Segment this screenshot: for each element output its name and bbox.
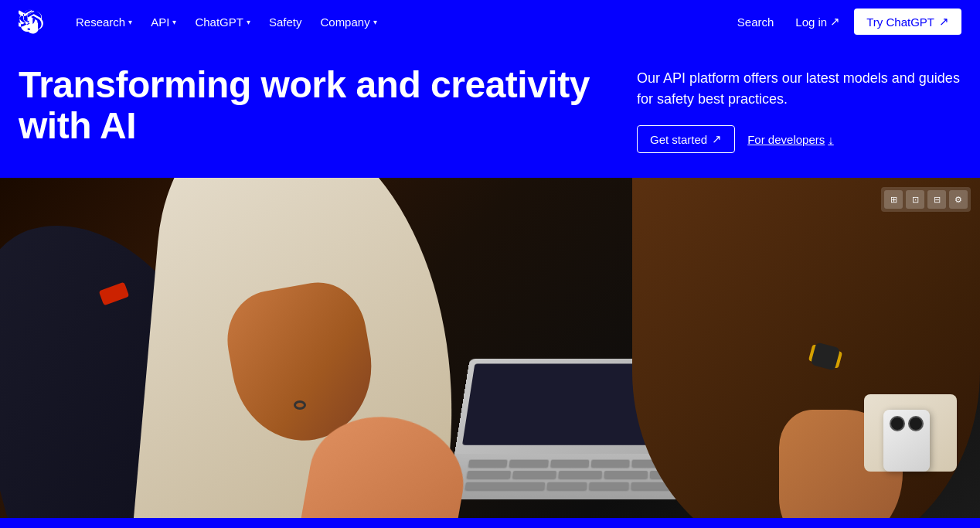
image-controls-overlay: ⊞ ⊡ ⊟ ⚙ (881, 187, 971, 212)
nav-links: Research ▾ API ▾ ChatGPT ▾ Safety Compan… (68, 11, 730, 33)
nav-right-actions: Search Log in ↗ Try ChatGPT ↗ (730, 9, 961, 35)
nav-item-company[interactable]: Company ▾ (312, 11, 384, 33)
hero-section: Transforming work and creativity with AI… (0, 43, 980, 178)
watch-yellow-band (808, 344, 842, 369)
crop-icon: ⊟ (934, 195, 941, 205)
ring-accessory (294, 400, 306, 410)
watch-face (811, 342, 841, 370)
frame-icon: ⊡ (912, 195, 919, 205)
key (467, 471, 511, 479)
key (604, 471, 648, 479)
key (509, 460, 549, 468)
nav-item-research[interactable]: Research ▾ (68, 11, 140, 33)
key (546, 482, 587, 490)
logo[interactable] (19, 9, 43, 34)
key (512, 471, 556, 479)
nav-item-safety[interactable]: Safety (261, 11, 310, 33)
nav-item-api[interactable]: API ▾ (143, 11, 184, 33)
arrow-icon: ↗ (939, 15, 949, 29)
for-developers-button[interactable]: For developers ↓ (747, 133, 834, 146)
hero-title: Transforming work and creativity with AI (19, 65, 606, 147)
phone-camera-lens-2 (908, 416, 924, 431)
image-ctrl-crop-button[interactable]: ⊟ (927, 190, 946, 209)
chevron-down-icon: ▾ (172, 18, 176, 26)
login-link[interactable]: Log in ↗ (788, 10, 848, 33)
hero-description: Our API platform offers our latest model… (637, 68, 961, 110)
openai-logo-icon (19, 9, 43, 34)
key (468, 460, 508, 468)
gear-icon: ⚙ (954, 195, 962, 205)
arrow-icon: ↗ (712, 132, 722, 146)
scene-container (0, 178, 980, 518)
navbar: Research ▾ API ▾ ChatGPT ▾ Safety Compan… (0, 0, 980, 43)
key (589, 482, 629, 490)
try-chatgpt-button[interactable]: Try ChatGPT ↗ (854, 9, 961, 35)
search-link[interactable]: Search (730, 11, 782, 33)
phone-camera-lens-1 (890, 416, 905, 431)
get-started-button[interactable]: Get started ↗ (637, 125, 735, 153)
hero-right-content: Our API platform offers our latest model… (637, 65, 961, 153)
grid-icon: ⊞ (890, 195, 897, 205)
image-ctrl-frame-button[interactable]: ⊡ (906, 190, 924, 209)
nav-item-chatgpt[interactable]: ChatGPT ▾ (187, 11, 258, 33)
hero-image-section: ⊞ ⊡ ⊟ ⚙ (0, 178, 980, 518)
phone-on-surface (864, 394, 957, 472)
image-ctrl-settings-button[interactable]: ⚙ (949, 190, 968, 209)
key (465, 482, 545, 490)
key (550, 460, 589, 468)
chevron-down-icon: ▾ (247, 18, 250, 26)
external-link-icon: ↗ (830, 15, 840, 29)
arrow-icon: ↓ (828, 133, 834, 146)
chevron-down-icon: ▾ (128, 18, 132, 26)
hero-cta-buttons: Get started ↗ For developers ↓ (637, 125, 961, 153)
key (558, 471, 602, 479)
key (591, 460, 630, 468)
phone-device (883, 410, 930, 472)
chevron-down-icon: ▾ (373, 18, 377, 26)
hero-left-content: Transforming work and creativity with AI (19, 65, 606, 147)
image-ctrl-grid-button[interactable]: ⊞ (884, 190, 903, 209)
